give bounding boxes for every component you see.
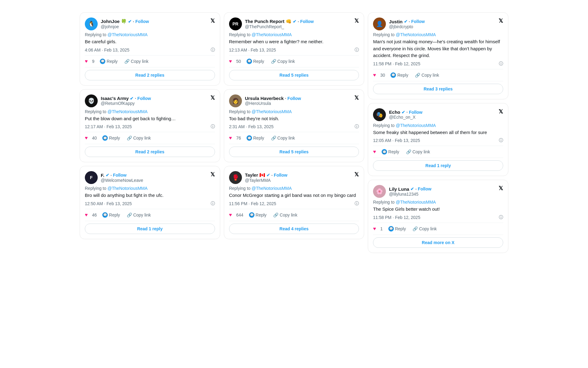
replying-to-handle[interactable]: @TheNotoriousMMA [252,186,292,191]
copy-link-button[interactable]: 🔗 Copy link [270,135,296,141]
avatar: 🎭 [373,108,386,121]
read-replies-button[interactable]: Read more on X [373,237,503,248]
follow-button[interactable]: Follow [274,173,287,178]
follow-button[interactable]: Follow [113,173,126,178]
avatar: 👤 [373,17,386,30]
replying-to-handle[interactable]: @TheNotoriousMMA [396,123,436,128]
user-info: Tayler 🇨🇦 ✔ · Follow @TaylerMMA [245,172,288,183]
heart-icon[interactable]: ♥ [373,149,376,155]
user-info: F. ✔ · Follow @WelcomeNowLeave [101,173,143,183]
follow-button[interactable]: Follow [135,19,149,24]
read-replies-button[interactable]: Read 1 reply [85,224,215,234]
reply-button[interactable]: 💬 Reply [389,72,409,79]
replying-to-handle[interactable]: @TheNotoriousMMA [107,186,148,191]
tweet-header: 💀 Isaac's Army ✔ · Follow @ReturnOfKappy… [85,94,215,107]
copy-link-button[interactable]: 🔗 Copy link [270,58,296,64]
copy-link-button[interactable]: 🔗 Copy link [411,226,438,232]
replying-to-handle[interactable]: @TheNotoriousMMA [252,32,292,37]
follow-button[interactable]: Follow [411,19,425,24]
read-replies-button[interactable]: Read 4 replies [229,224,359,234]
copy-link-button[interactable]: 🔗 Copy link [272,212,299,218]
heart-icon[interactable]: ♥ [229,135,232,141]
display-name: Isaac's Army [101,96,129,101]
follow-button[interactable]: Follow [409,110,422,115]
x-logo-button[interactable]: 𝕏 [499,17,503,24]
heart-icon[interactable]: ♥ [85,59,88,64]
replying-to-handle[interactable]: @TheNotoriousMMA [107,109,148,114]
tweet-actions: ♥ 40 💬 Reply 🔗 Copy link [85,132,215,144]
tweet-header: F F. ✔ · Follow @WelcomeNowLeave 𝕏 [85,171,215,184]
reply-button[interactable]: 💬 Reply [380,148,401,155]
x-logo-button[interactable]: 𝕏 [354,171,359,178]
link-icon: 🔗 [127,213,132,217]
follow-button[interactable]: Follow [288,96,301,101]
tweet-meta: 12:50 AM · Feb 13, 2025 ⓘ [85,201,215,206]
info-icon[interactable]: ⓘ [499,61,503,67]
read-replies-button[interactable]: Read 1 reply [373,160,503,171]
verified-icon: ✔ [130,96,134,101]
copy-link-button[interactable]: 🔗 Copy link [414,72,440,78]
info-icon[interactable]: ⓘ [355,124,359,129]
reply-button[interactable]: 💬 Reply [248,212,268,218]
tweet-card: 🌸 Lily Luna ✔ · Follow @lilyluna12345 𝕏 [368,180,508,253]
tweet-meta: 11:56 PM · Feb 12, 2025 ⓘ [229,201,359,206]
reply-button[interactable]: 💬 Reply [387,225,407,232]
reply-bubble-icon: 💬 [102,212,108,218]
replying-to: Replying to @TheNotoriousMMA [85,32,215,37]
heart-icon[interactable]: ♥ [373,72,376,78]
like-count: 40 [92,136,97,140]
replying-to-handle[interactable]: @TheNotoriousMMA [107,32,148,37]
heart-icon[interactable]: ♥ [85,212,88,218]
copy-link-button[interactable]: 🔗 Copy link [405,149,432,155]
username: @johnjoe [101,24,119,29]
info-icon[interactable]: ⓘ [211,124,215,129]
tweet-actions: ♥ 50 💬 Reply 🔗 Copy link [229,55,359,67]
copy-link-button[interactable]: 🔗 Copy link [126,135,152,141]
x-logo-button[interactable]: 𝕏 [354,94,359,101]
x-logo-button[interactable]: 𝕏 [210,171,215,178]
info-icon[interactable]: ⓘ [499,138,503,143]
reply-bubble-icon: 💬 [382,149,387,155]
info-icon[interactable]: ⓘ [355,47,359,53]
heart-icon[interactable]: ♥ [229,212,232,218]
copy-link-button[interactable]: 🔗 Copy link [126,212,152,218]
read-replies-button[interactable]: Read 3 replies [373,84,503,94]
reply-button[interactable]: 💬 Reply [101,135,121,141]
heart-icon[interactable]: ♥ [373,226,376,232]
follow-button[interactable]: Follow [418,186,431,191]
like-count: 76 [236,136,241,140]
read-replies-button[interactable]: Read 5 replies [229,147,359,157]
heart-icon[interactable]: ♥ [229,59,232,64]
reply-button[interactable]: 💬 Reply [245,58,266,65]
reply-button[interactable]: 💬 Reply [99,58,119,65]
replying-to-handle[interactable]: @TheNotoriousMMA [396,32,436,37]
reply-button[interactable]: 💬 Reply [245,135,266,141]
read-replies-button[interactable]: Read 2 replies [85,70,215,80]
x-logo-button[interactable]: 𝕏 [499,108,503,115]
separator-dot: · [298,19,299,24]
read-replies-button[interactable]: Read 2 replies [85,147,215,157]
copy-link-button[interactable]: 🔗 Copy link [123,58,150,64]
info-icon[interactable]: ⓘ [355,201,359,206]
info-icon[interactable]: ⓘ [499,215,503,220]
follow-button[interactable]: Follow [138,96,151,101]
reply-label: Reply [256,213,267,217]
x-logo-button[interactable]: 𝕏 [354,17,359,24]
replying-to: Replying to @TheNotoriousMMA [373,123,503,128]
info-icon[interactable]: ⓘ [211,47,215,53]
replying-to-handle[interactable]: @TheNotoriousMMA [396,200,436,205]
x-logo-button[interactable]: 𝕏 [210,17,215,24]
x-logo-button[interactable]: 𝕏 [499,185,503,192]
info-icon[interactable]: ⓘ [211,201,215,206]
follow-button[interactable]: Follow [300,19,314,24]
separator-dot: · [111,173,112,178]
x-logo-button[interactable]: 𝕏 [210,94,215,101]
tweet-text: Bro will do anything but fight in the uf… [85,192,215,199]
user-info: Echo ✔ · Follow @Echo_on_X [389,109,422,120]
heart-icon[interactable]: ♥ [85,135,88,141]
replying-to-handle[interactable]: @TheNotoriousMMA [252,109,292,114]
reply-button[interactable]: 💬 Reply [101,212,121,218]
tweet-text: Man's not just making money—he's creatin… [373,38,503,59]
verified-icon: ✔ [106,173,109,178]
read-replies-button[interactable]: Read 5 replies [229,70,359,80]
